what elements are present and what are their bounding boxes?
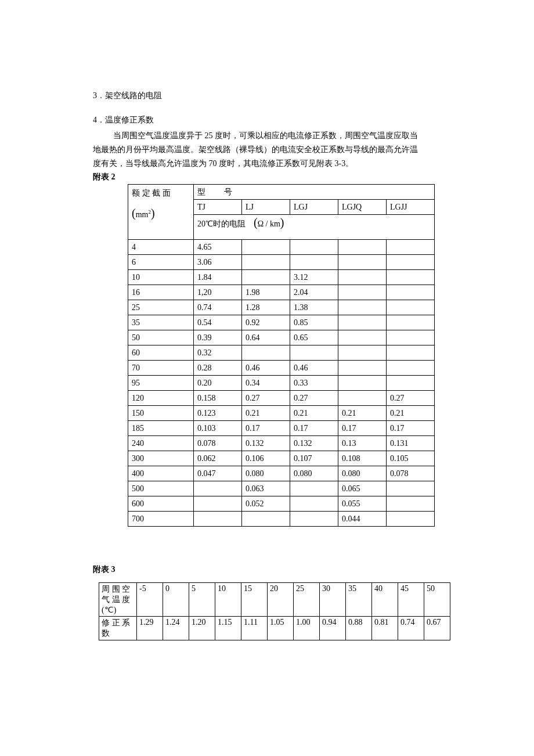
t2-cell: 60 <box>128 345 194 361</box>
t2-cell <box>194 496 242 512</box>
t2-cell: 0.17 <box>242 421 290 436</box>
t2-unit-mm: mm <box>136 210 149 219</box>
t3-temp-5: 20 <box>268 582 294 616</box>
t2-cell: 0.17 <box>338 421 387 436</box>
t2-cell: 0.17 <box>387 421 435 436</box>
t2-cell: 0.132 <box>242 436 290 451</box>
table-row: 1850.1030.170.170.170.17 <box>128 421 435 436</box>
t2-cell: 3.12 <box>290 270 338 285</box>
t2-col-lgjq: LGJQ <box>338 200 387 215</box>
t2-cell: 95 <box>128 376 194 391</box>
table-row: 600.32 <box>128 345 435 361</box>
t2-cell: 0.080 <box>242 466 290 481</box>
table-row: 1200.1580.270.270.27 <box>128 391 435 406</box>
page: 3．架空线路的电阻 4．温度修正系数 当周围空气温度温度异于 25 度时，可乘以… <box>0 0 534 756</box>
t3-coeff-2: 1.20 <box>189 616 215 640</box>
t2-cell: 0.74 <box>194 300 242 315</box>
t2-cell <box>387 376 435 391</box>
t3-temp-9: 40 <box>372 582 398 616</box>
t2-cell <box>290 255 338 270</box>
t2-cell <box>338 391 387 406</box>
table2-wrap: 额 定 截 面 (mm2) 型 号 TJ LJ LGJ LGJQ LGJJ 20… <box>128 184 459 527</box>
t2-cell <box>387 512 435 527</box>
table2-header-row1: 额 定 截 面 (mm2) 型 号 <box>128 185 435 200</box>
t2-cell: 0.047 <box>194 466 242 481</box>
table-row: 63.06 <box>128 255 435 270</box>
t2-cell <box>338 240 387 255</box>
lparen-icon: ( <box>254 216 258 229</box>
t2-cell: 0.132 <box>290 436 338 451</box>
t2-cell: 0.92 <box>242 315 290 330</box>
t2-cell: 185 <box>128 421 194 436</box>
t2-cell <box>387 496 435 512</box>
t3-temp-10: 45 <box>398 582 424 616</box>
t2-cell: 0.34 <box>242 376 290 391</box>
t2-cell: 0.32 <box>194 345 242 361</box>
t2-cell: 0.13 <box>338 436 387 451</box>
t2-cell: 6 <box>128 255 194 270</box>
t2-cell: 400 <box>128 466 194 481</box>
t2-cell: 0.27 <box>290 391 338 406</box>
t2-col-tj: TJ <box>194 200 242 215</box>
t2-cell <box>338 330 387 345</box>
t3-coeff-6: 1.00 <box>294 616 320 640</box>
t2-cell: 0.123 <box>194 406 242 421</box>
t2-cell <box>290 512 338 527</box>
t2-cell <box>338 300 387 315</box>
t2-cell: 0.65 <box>290 330 338 345</box>
t2-cell <box>194 512 242 527</box>
t2-col-lj: LJ <box>242 200 290 215</box>
table-row: 44.65 <box>128 240 435 255</box>
t2-cell: 0.85 <box>290 315 338 330</box>
table-row: 161,201.982.04 <box>128 285 435 300</box>
t2-corner: 额 定 截 面 (mm2) <box>128 185 194 240</box>
t3-temp-11: 50 <box>424 582 450 616</box>
t2-col-lgjj: LGJJ <box>387 200 435 215</box>
rparen-icon: ) <box>151 207 155 219</box>
t3-coeff-10: 0.74 <box>398 616 424 640</box>
t2-cell <box>387 345 435 361</box>
t2-cell: 0.17 <box>290 421 338 436</box>
t2-cell <box>290 345 338 361</box>
t2-cell <box>387 315 435 330</box>
t2-cell <box>387 361 435 376</box>
t3-coeff-11: 0.67 <box>424 616 450 640</box>
t2-cell: 0.103 <box>194 421 242 436</box>
t3-temp-3: 10 <box>215 582 241 616</box>
t2-cell: 0.105 <box>387 451 435 466</box>
table3-wrap: 周 围 空 气 温 度 (℃) -5 0 5 10 15 20 25 30 35… <box>99 582 459 640</box>
t3-temp-7: 30 <box>320 582 346 616</box>
table-row: 4000.0470.0800.0800.0800.078 <box>128 466 435 481</box>
t2-cell: 0.27 <box>242 391 290 406</box>
t2-cell: 0.106 <box>242 451 290 466</box>
t2-cell: 0.21 <box>290 406 338 421</box>
t3-coeff-7: 0.94 <box>320 616 346 640</box>
t2-cell: 0.108 <box>338 451 387 466</box>
t2-cell: 1.84 <box>194 270 242 285</box>
t2-cell: 10 <box>128 270 194 285</box>
t2-cell: 0.078 <box>194 436 242 451</box>
t2-col-lgj: LGJ <box>290 200 338 215</box>
table-row: 101.843.12 <box>128 270 435 285</box>
t2-cell <box>338 285 387 300</box>
t2-cell: 0.21 <box>242 406 290 421</box>
t2-cell: 0.065 <box>338 481 387 496</box>
t3-coeff-8: 0.88 <box>346 616 372 640</box>
body-line-1: 当周围空气温度温度异于 25 度时，可乘以相应的电流修正系数，周围空气温度应取当 <box>93 129 459 143</box>
t2-cell: 0.044 <box>338 512 387 527</box>
table-row: 6000.0520.055 <box>128 496 435 512</box>
t3-coeff-1: 1.24 <box>163 616 189 640</box>
t2-cell: 0.64 <box>242 330 290 345</box>
t2-cell: 0.39 <box>194 330 242 345</box>
t2-cell: 70 <box>128 361 194 376</box>
t2-cell: 240 <box>128 436 194 451</box>
t2-cell: 0.54 <box>194 315 242 330</box>
table2: 额 定 截 面 (mm2) 型 号 TJ LJ LGJ LGJQ LGJJ 20… <box>128 184 435 527</box>
t2-cell <box>338 270 387 285</box>
t2-cell <box>242 240 290 255</box>
table-row: 2400.0780.1320.1320.130.131 <box>128 436 435 451</box>
t3-temp-6: 25 <box>294 582 320 616</box>
t2-cell: 0.21 <box>338 406 387 421</box>
section3-title: 3．架空线路的电阻 <box>93 91 459 101</box>
t3-row-coeffs: 修 正 系 数 1.29 1.24 1.20 1.15 1.11 1.05 1.… <box>99 616 450 640</box>
